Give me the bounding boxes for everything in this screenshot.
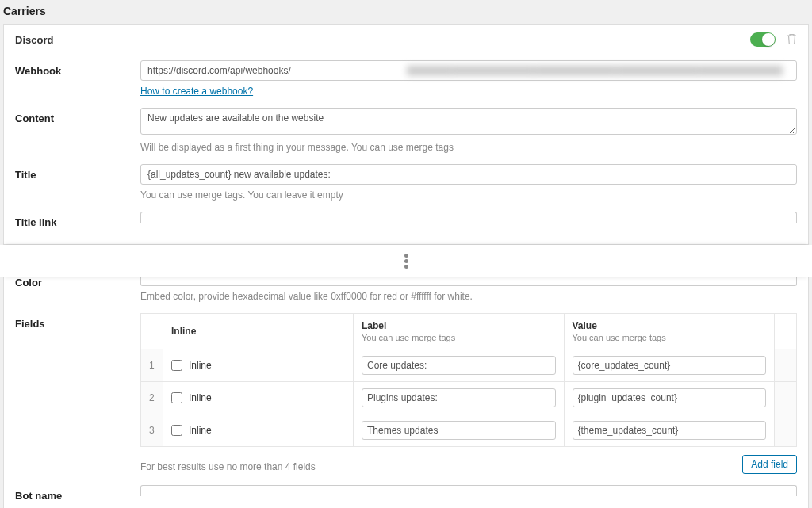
page-header: Carriers: [0, 0, 812, 24]
th-inline: Inline: [163, 314, 354, 349]
row-trail[interactable]: [775, 382, 797, 414]
add-field-button[interactable]: Add field: [742, 455, 797, 474]
th-label: Label You can use merge tags: [354, 314, 565, 349]
color-input-partial[interactable]: [140, 277, 797, 286]
title-input[interactable]: [140, 164, 797, 185]
th-handle: [141, 314, 163, 349]
th-value-sub: You can use merge tags: [573, 333, 767, 342]
inline-checkbox-wrap[interactable]: Inline: [171, 392, 345, 403]
inline-checkbox-label: Inline: [189, 425, 212, 436]
panel-head: Discord: [4, 25, 808, 55]
table-row: 1 Inline: [141, 349, 797, 382]
row-content: Content Will be displayed as a first thi…: [15, 108, 797, 153]
th-value: Value You can use merge tags: [564, 314, 775, 349]
row-trail[interactable]: [775, 349, 797, 382]
row-fields: Fields Inline Label You can use merge ta…: [15, 313, 797, 474]
row-bot-name: Bot name: [15, 485, 797, 502]
label-color: Color: [15, 277, 140, 288]
bot-name-input-partial[interactable]: [140, 485, 797, 496]
th-value-text: Value: [573, 320, 597, 331]
webhook-help-link[interactable]: How to create a webhook?: [140, 86, 253, 97]
field-label-input[interactable]: [362, 356, 556, 375]
th-label-text: Label: [362, 320, 386, 331]
inline-checkbox-wrap[interactable]: Inline: [171, 425, 345, 436]
content-helper: Will be displayed as a first thing in yo…: [140, 142, 797, 153]
table-row: 3 Inline: [141, 414, 797, 447]
trash-icon[interactable]: [787, 33, 797, 47]
inline-checkbox-label: Inline: [189, 392, 212, 403]
carrier-title: Discord: [15, 34, 53, 46]
row-handle[interactable]: 3: [141, 414, 163, 447]
page-title: Carriers: [3, 5, 46, 17]
label-title: Title: [15, 164, 140, 181]
content-textarea[interactable]: [140, 108, 797, 135]
th-trail: [775, 314, 797, 349]
carrier-panel-continued: Color Embed color, provide hexadecimal v…: [3, 277, 809, 508]
th-inline-text: Inline: [171, 326, 196, 337]
table-row: 2 Inline: [141, 382, 797, 414]
ellipsis-gap-1: [0, 245, 812, 277]
inline-checkbox-wrap[interactable]: Inline: [171, 360, 345, 371]
inline-checkbox-label: Inline: [189, 360, 212, 371]
label-content: Content: [15, 108, 140, 124]
row-color: Color Embed color, provide hexadecimal v…: [15, 277, 797, 302]
webhook-input[interactable]: [140, 60, 797, 81]
inline-checkbox[interactable]: [171, 360, 182, 371]
label-bot-name: Bot name: [15, 485, 140, 502]
label-fields: Fields: [15, 313, 140, 330]
label-title-link: Title link: [15, 212, 140, 228]
carrier-panel: Discord Webhook ▓▓▓▓▓▓▓▓▓▓▓▓▓▓▓▓▓▓▓▓▓▓▓▓…: [3, 24, 809, 245]
color-helper: Embed color, provide hexadecimal value l…: [140, 291, 797, 302]
field-value-input[interactable]: [573, 356, 767, 375]
inline-checkbox[interactable]: [171, 425, 182, 436]
title-link-input-partial[interactable]: [140, 212, 797, 223]
row-title-link: Title link: [15, 212, 797, 228]
field-value-input[interactable]: [573, 388, 767, 407]
head-actions: [750, 32, 797, 47]
row-handle[interactable]: 2: [141, 382, 163, 414]
label-webhook: Webhook: [15, 60, 140, 77]
row-title: Title You can use merge tags. You can le…: [15, 164, 797, 201]
enable-toggle[interactable]: [750, 32, 776, 47]
title-helper: You can use merge tags. You can leave it…: [140, 189, 797, 201]
th-label-sub: You can use merge tags: [362, 333, 556, 342]
fields-table: Inline Label You can use merge tags Valu…: [140, 313, 797, 447]
row-trail[interactable]: [775, 414, 797, 447]
fields-footer-helper: For best results use no more than 4 fiel…: [140, 461, 316, 472]
inline-checkbox[interactable]: [171, 392, 182, 403]
field-label-input[interactable]: [362, 388, 556, 407]
row-webhook: Webhook ▓▓▓▓▓▓▓▓▓▓▓▓▓▓▓▓▓▓▓▓▓▓▓▓▓▓▓▓▓▓▓▓…: [15, 60, 797, 97]
field-label-input[interactable]: [362, 421, 556, 440]
row-handle[interactable]: 1: [141, 349, 163, 382]
field-value-input[interactable]: [573, 421, 767, 440]
